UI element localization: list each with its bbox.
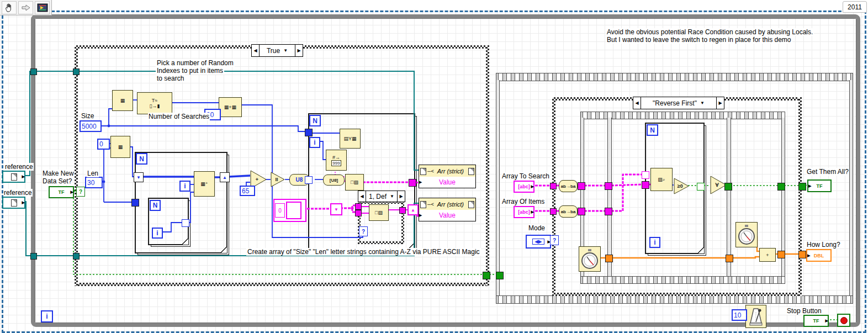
array-element-box[interactable] bbox=[286, 202, 301, 219]
tunnel-orange[interactable] bbox=[726, 255, 733, 262]
string-array-constant[interactable]: 0 bbox=[273, 199, 306, 222]
case-prev-arrow[interactable]: ◀ bbox=[252, 45, 260, 56]
get-them-all-indicator[interactable]: ▶TF bbox=[807, 179, 832, 192]
how-long-indicator[interactable]: ▶DBL bbox=[806, 249, 832, 262]
vi-properties-button[interactable] bbox=[35, 1, 50, 14]
reverse-case-selector[interactable]: ◀ "Reverse First"▼ ▶ bbox=[633, 97, 724, 109]
tunnel-pink[interactable] bbox=[578, 208, 585, 215]
tunnel-pink[interactable] bbox=[550, 208, 557, 215]
true-case-selector[interactable]: ◀ True▼ ▶ bbox=[251, 44, 303, 57]
reference2-refnum-terminal[interactable]: ▶ bbox=[2, 197, 25, 209]
tunnel-pink[interactable] bbox=[399, 207, 406, 214]
tunnel-pink[interactable] bbox=[355, 203, 362, 210]
array-to-search-terminal[interactable]: [abc]▶ bbox=[514, 181, 534, 193]
reverse-case-selector-tunnel[interactable]: ? bbox=[550, 235, 559, 245]
property-node-2-value[interactable]: ▶Value bbox=[419, 210, 476, 221]
tunnel-green[interactable] bbox=[777, 183, 785, 191]
shift-register-right-pink[interactable]: ▲ bbox=[407, 204, 419, 215]
case-prev-arrow[interactable]: ◀ bbox=[358, 191, 366, 202]
initialize-array-node[interactable]: ▦ bbox=[112, 90, 133, 111]
reverse-array-node-2[interactable]: ab→ba bbox=[559, 205, 578, 218]
case-prev-arrow[interactable]: ◀ bbox=[633, 97, 641, 109]
wait-next-ms-multiple-node[interactable] bbox=[745, 305, 766, 328]
tunnel-green[interactable] bbox=[483, 272, 490, 279]
reverse-array-node-1[interactable]: ab→ba bbox=[559, 180, 578, 192]
case-dropdown-icon[interactable]: ▼ bbox=[283, 48, 288, 53]
for-loop-strings-iteration[interactable]: i bbox=[179, 181, 190, 192]
for-loop-letters-count[interactable]: N bbox=[150, 200, 161, 211]
mode-enum-terminal[interactable]: ◀▶ ▶ bbox=[526, 235, 551, 249]
for-loop-search-count[interactable]: N bbox=[647, 124, 658, 136]
tunnel-pink[interactable] bbox=[550, 183, 557, 189]
tick-count-node-2[interactable] bbox=[735, 222, 758, 247]
tunnel-teal[interactable] bbox=[30, 253, 37, 260]
property-node-1-value[interactable]: ▶Value bbox=[419, 177, 476, 188]
build-array-node[interactable]: ▦+▦ bbox=[219, 97, 242, 117]
tunnel-pink[interactable] bbox=[578, 182, 585, 190]
tunnel-indexing-pink[interactable] bbox=[642, 171, 649, 179]
tunnel-pink[interactable] bbox=[409, 179, 416, 187]
tunnel-blue-solid[interactable] bbox=[305, 129, 313, 136]
def-case-selector[interactable]: ◀ 1, Def▼ ▶ bbox=[358, 191, 405, 202]
retain-wire-values-button[interactable] bbox=[18, 1, 33, 14]
for-loop-strings-count[interactable]: N bbox=[136, 153, 147, 165]
search-1d-array-node[interactable]: ▨⌕ bbox=[650, 168, 673, 191]
def-case-selector-tunnel[interactable]: ? bbox=[359, 226, 368, 236]
tunnel-orange[interactable] bbox=[605, 255, 613, 262]
tunnel-teal[interactable] bbox=[73, 68, 80, 75]
tunnel-teal[interactable] bbox=[73, 253, 80, 260]
tunnel-teal[interactable] bbox=[30, 68, 37, 75]
tunnel-orange[interactable] bbox=[798, 251, 806, 258]
tunnel-indexing-blue[interactable] bbox=[305, 176, 313, 184]
shift-register-left[interactable]: ▼ bbox=[134, 172, 144, 182]
zero-constant[interactable]: 0 bbox=[97, 139, 110, 150]
shift-register-left-pink[interactable]: ▼ bbox=[330, 203, 342, 215]
case-selector-tunnel-boolean[interactable]: ? bbox=[76, 187, 85, 197]
case-dropdown-icon[interactable]: ▼ bbox=[700, 101, 705, 105]
shift-register-right[interactable]: ▲ bbox=[220, 172, 230, 182]
tunnel-indexing-blue[interactable] bbox=[182, 219, 189, 227]
tunnel-pink[interactable] bbox=[355, 210, 362, 216]
initialize-array-node-2[interactable]: ▦ bbox=[110, 136, 130, 158]
tunnel-blue-solid[interactable] bbox=[131, 199, 139, 207]
greater-equal-zero-node[interactable]: ≥0 bbox=[674, 178, 689, 194]
for-loop-search-iteration[interactable]: i bbox=[649, 237, 660, 248]
reference1-refnum-terminal[interactable]: ▶ bbox=[2, 171, 25, 183]
random-range-node[interactable]: #→ 999 bbox=[326, 150, 347, 171]
subtract-elapsed-node[interactable]: + bbox=[759, 248, 776, 262]
tunnel-green[interactable] bbox=[724, 183, 732, 191]
case-next-arrow[interactable]: ▶ bbox=[295, 45, 303, 56]
array-index-box[interactable]: 0 bbox=[275, 203, 285, 218]
replace-element-node[interactable]: □▨ bbox=[369, 204, 389, 221]
tunnel-pink[interactable] bbox=[605, 182, 612, 190]
tunnel-orange[interactable] bbox=[777, 251, 785, 258]
case-next-arrow[interactable]: ▶ bbox=[397, 191, 405, 202]
tunnel-green[interactable] bbox=[496, 272, 504, 279]
tunnel-pink[interactable] bbox=[605, 208, 612, 215]
while-iteration-terminal[interactable]: i bbox=[41, 310, 53, 323]
conversion-node[interactable]: II bbox=[271, 172, 285, 187]
for-loop-letters-iteration[interactable]: i bbox=[152, 228, 163, 239]
stop-button-terminal[interactable]: TF▶ bbox=[803, 315, 829, 327]
index-array-node[interactable]: ▤Y▦ bbox=[340, 129, 361, 149]
wait-ms-constant[interactable]: 10 bbox=[732, 309, 747, 321]
len-constant[interactable]: 30 bbox=[85, 177, 103, 188]
property-node-2-header[interactable]: ─< Arr (strict) bbox=[419, 198, 476, 211]
insert-into-array-node[interactable]: ▦⁺ bbox=[194, 171, 215, 197]
make-new-data-set-boolean[interactable]: TF▶ bbox=[49, 186, 74, 198]
tunnel-green[interactable] bbox=[798, 183, 806, 191]
byte-array-to-string-node[interactable]: [U8] bbox=[323, 175, 345, 186]
random-resample-node[interactable]: T≈ ▯→▮ bbox=[137, 92, 172, 114]
case-next-arrow[interactable]: ▶ bbox=[716, 97, 724, 109]
size-constant[interactable]: 5000 bbox=[80, 120, 102, 132]
loop-condition-terminal[interactable] bbox=[837, 314, 850, 327]
tunnel-pink[interactable] bbox=[642, 181, 649, 189]
replace-array-subset-node[interactable]: □▨ bbox=[345, 174, 364, 191]
for-loop-searches-count[interactable]: N bbox=[309, 115, 321, 126]
array-of-items-terminal[interactable]: [abc]▶ bbox=[514, 206, 534, 218]
case-dropdown-icon[interactable]: ▼ bbox=[390, 194, 394, 199]
pan-hand-tool-button[interactable] bbox=[2, 1, 17, 14]
property-node-1-header[interactable]: ─< Arr (strict) bbox=[419, 165, 476, 178]
tunnel-indexing-green[interactable] bbox=[697, 183, 705, 191]
ascii-offset-constant[interactable]: 65 bbox=[240, 186, 255, 196]
